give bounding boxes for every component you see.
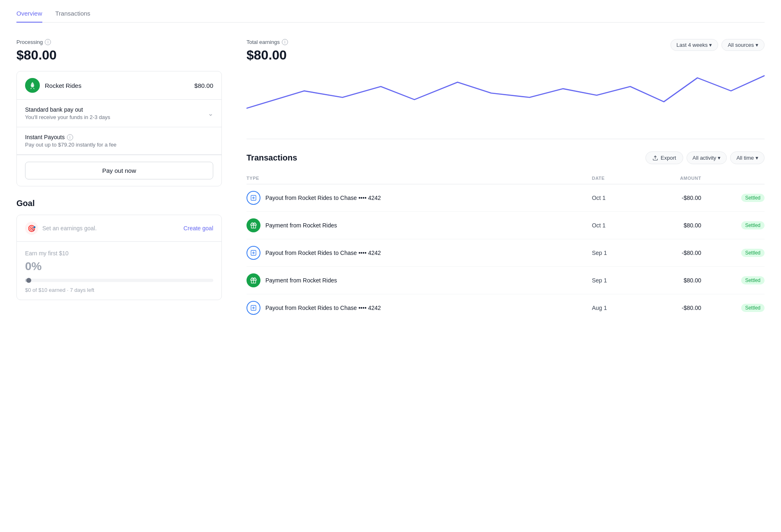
total-earnings-label: Total earnings i <box>247 39 288 45</box>
progress-bar <box>25 279 213 282</box>
set-goal-row: 🎯 Set an earnings goal. Create goal <box>17 215 221 242</box>
time-filter-button[interactable]: Last 4 weeks ▾ <box>670 39 719 51</box>
transactions-actions: Export All activity ▾ All time ▾ <box>645 151 765 164</box>
txn-date: Sep 1 <box>592 239 641 267</box>
filter-buttons: Last 4 weeks ▾ All sources ▾ <box>670 39 765 51</box>
txn-type-cell: Payout from Rocket Rides to Chase •••• 4… <box>247 239 592 267</box>
time-range-button[interactable]: All time ▾ <box>730 151 765 164</box>
processing-amount: $80.00 <box>16 48 222 63</box>
chevron-down-icon: ▾ <box>718 155 721 161</box>
table-row: Payout from Rocket Rides to Chase •••• 4… <box>247 239 765 267</box>
standard-payout-title: Standard bank pay out <box>25 106 110 113</box>
chart-svg <box>247 73 765 139</box>
txn-description: Payout from Rocket Rides to Chase •••• 4… <box>265 195 381 201</box>
goal-progress-section: Earn my first $10 0% $0 of $10 earned · … <box>17 242 221 300</box>
payout-icon <box>247 191 260 205</box>
export-button[interactable]: Export <box>645 151 683 164</box>
transactions-header: Transactions Export All activity ▾ <box>247 151 765 164</box>
goal-set-text: Set an earnings goal. <box>42 225 97 232</box>
txn-amount: $80.00 <box>641 212 706 239</box>
txn-date: Oct 1 <box>592 212 641 239</box>
txn-status: Settled <box>706 184 765 212</box>
goal-set-left: 🎯 Set an earnings goal. <box>25 222 97 235</box>
progress-bar-fill <box>25 279 29 282</box>
tab-overview[interactable]: Overview <box>16 10 42 23</box>
txn-status: Settled <box>706 239 765 267</box>
txn-amount: $80.00 <box>641 267 706 294</box>
txn-type-cell: Payment from Rocket Rides <box>247 267 592 294</box>
txn-amount: -$80.00 <box>641 184 706 212</box>
table-row: Payout from Rocket Rides to Chase •••• 4… <box>247 294 765 322</box>
rocket-rides-info: Rocket Rides <box>25 78 81 93</box>
txn-description: Payment from Rocket Rides <box>265 222 337 229</box>
txn-type-cell: Payment from Rocket Rides <box>247 212 592 239</box>
chevron-down-icon: ▾ <box>709 42 712 48</box>
chevron-down-icon: ▾ <box>756 155 758 161</box>
settled-badge: Settled <box>741 276 765 284</box>
col-date: DATE <box>592 172 641 184</box>
total-earnings-info: Total earnings i $80.00 <box>247 39 288 71</box>
create-goal-button[interactable]: Create goal <box>184 225 213 232</box>
txn-date: Sep 1 <box>592 267 641 294</box>
txn-description: Payout from Rocket Rides to Chase •••• 4… <box>265 250 381 256</box>
total-earnings-amount: $80.00 <box>247 48 288 63</box>
transactions-title: Transactions <box>247 153 297 163</box>
pay-out-now-button[interactable]: Pay out now <box>25 162 213 179</box>
standard-payout-row[interactable]: Standard bank pay out You'll receive you… <box>17 100 221 127</box>
rocket-rides-row: Rocket Rides $80.00 <box>17 71 221 100</box>
source-filter-button[interactable]: All sources ▾ <box>721 39 765 51</box>
table-row: Payout from Rocket Rides to Chase •••• 4… <box>247 184 765 212</box>
txn-status: Settled <box>706 212 765 239</box>
main-layout: Processing i $80.00 Rocke <box>16 39 765 321</box>
total-earnings-header: Total earnings i $80.00 Last 4 weeks ▾ A… <box>247 39 765 71</box>
table-row: Payment from Rocket Rides Oct 1 $80.00 S… <box>247 212 765 239</box>
txn-status: Settled <box>706 267 765 294</box>
goal-progress-label: Earn my first $10 <box>25 250 213 257</box>
payout-icon <box>247 246 260 260</box>
txn-date: Oct 1 <box>592 184 641 212</box>
right-column: Total earnings i $80.00 Last 4 weeks ▾ A… <box>247 39 765 321</box>
txn-amount: -$80.00 <box>641 294 706 322</box>
payout-icon <box>247 301 260 315</box>
processing-text: Processing <box>16 39 43 45</box>
txn-type-cell: Payout from Rocket Rides to Chase •••• 4… <box>247 294 592 322</box>
table-row: Payment from Rocket Rides Sep 1 $80.00 S… <box>247 267 765 294</box>
txn-amount: -$80.00 <box>641 239 706 267</box>
table-header: TYPE DATE AMOUNT <box>247 172 765 184</box>
activity-filter-button[interactable]: All activity ▾ <box>687 151 727 164</box>
rocket-rides-name: Rocket Rides <box>45 82 81 89</box>
txn-type-cell: Payout from Rocket Rides to Chase •••• 4… <box>247 184 592 212</box>
standard-payout-info: Standard bank pay out You'll receive you… <box>25 106 110 120</box>
instant-payouts-info-icon[interactable]: i <box>67 134 73 140</box>
total-earnings-info-icon[interactable]: i <box>282 39 288 45</box>
standard-payout-subtitle: You'll receive your funds in 2-3 days <box>25 114 110 120</box>
transactions-table: TYPE DATE AMOUNT Payout from Rocket Ride… <box>247 172 765 321</box>
goal-section-title: Goal <box>16 199 222 208</box>
settled-badge: Settled <box>741 221 765 229</box>
instant-payouts-title: Instant Payouts i <box>25 134 117 140</box>
payment-icon <box>247 218 260 232</box>
rocket-rides-icon <box>25 78 40 93</box>
col-type: TYPE <box>247 172 592 184</box>
processing-info-icon[interactable]: i <box>45 39 51 45</box>
txn-description: Payment from Rocket Rides <box>265 277 337 284</box>
settled-badge: Settled <box>741 249 765 257</box>
goal-card: 🎯 Set an earnings goal. Create goal Earn… <box>16 215 222 300</box>
col-amount: AMOUNT <box>641 172 706 184</box>
txn-description: Payout from Rocket Rides to Chase •••• 4… <box>265 305 381 311</box>
instant-payouts-subtitle: Pay out up to $79.20 instantly for a fee <box>25 142 117 148</box>
svg-point-0 <box>32 85 33 86</box>
settled-badge: Settled <box>741 194 765 202</box>
goal-status-text: $0 of $10 earned · 7 days left <box>25 287 213 293</box>
goal-percent: 0% <box>25 260 213 273</box>
chevron-down-icon: ⌄ <box>208 110 213 117</box>
rocket-rides-card: Rocket Rides $80.00 Standard bank pay ou… <box>16 71 222 186</box>
instant-payouts-row: Instant Payouts i Pay out up to $79.20 i… <box>17 127 221 155</box>
payment-icon <box>247 273 260 287</box>
txn-status: Settled <box>706 294 765 322</box>
table-body: Payout from Rocket Rides to Chase •••• 4… <box>247 184 765 322</box>
left-column: Processing i $80.00 Rocke <box>16 39 222 321</box>
goal-icon: 🎯 <box>25 222 38 235</box>
export-icon <box>652 155 658 161</box>
tab-transactions[interactable]: Transactions <box>55 10 90 23</box>
